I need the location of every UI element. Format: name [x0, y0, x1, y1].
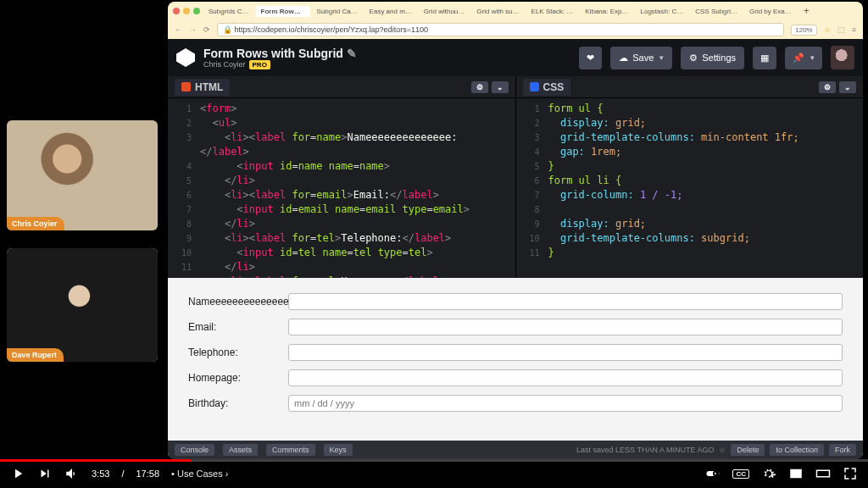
- editor-panes: HTML ⚙⌄ 1<form> 2 <ul> 3 <li><label for=…: [168, 76, 863, 278]
- birthday-field[interactable]: [288, 395, 843, 412]
- output-preview: Nameeeeeeeeeeeeee: Email: Telephone: Hom…: [168, 278, 863, 456]
- codepen-footer: Console Assets Comments Keys Last saved …: [168, 441, 863, 459]
- browser-toolbar: ← → ⟳ 🔒 https://codepen.io/chriscoyier/p…: [168, 20, 863, 39]
- field-label: Nameeeeeeeeeeeeee:: [188, 296, 281, 308]
- css-badge-icon: [530, 82, 539, 92]
- browser-tab[interactable]: Kibana: Exp…: [580, 6, 633, 17]
- browser-tab[interactable]: Subgrids C…: [203, 6, 254, 17]
- field-label: Email:: [188, 321, 281, 333]
- gear-icon: ⚙: [689, 53, 698, 64]
- pro-badge: PRO: [249, 60, 270, 69]
- browser-tab[interactable]: ELK Stack: …: [526, 6, 579, 17]
- field-label: Homepage:: [188, 372, 281, 384]
- save-button[interactable]: ☁Save: [610, 47, 672, 69]
- pane-settings-icon[interactable]: ⚙: [471, 81, 488, 93]
- pane-chevron-icon[interactable]: ⌄: [839, 81, 856, 93]
- delete-button[interactable]: Delete: [731, 444, 765, 456]
- forward-button[interactable]: →: [189, 25, 197, 34]
- collection-button[interactable]: to Collection: [770, 444, 824, 456]
- cloud-icon: ☁: [619, 53, 628, 64]
- captions-button[interactable]: CC: [732, 469, 749, 479]
- browser-window: Subgrids C… Form Row… × Subgrid Ca… Easy…: [168, 2, 863, 459]
- address-bar[interactable]: 🔒 https://codepen.io/chriscoyier/pen/Yzx…: [217, 23, 784, 36]
- field-label: Telephone:: [188, 347, 281, 358]
- name-field[interactable]: [288, 293, 843, 310]
- pen-title[interactable]: Form Rows with Subgrid: [203, 47, 343, 60]
- browser-tab[interactable]: Subgrid Ca…: [312, 6, 363, 17]
- assets-button[interactable]: Assets: [223, 444, 258, 456]
- user-avatar[interactable]: [831, 46, 854, 69]
- extensions-icon[interactable]: ⬚: [837, 25, 845, 34]
- pane-label: HTML: [195, 81, 223, 93]
- edit-title-icon[interactable]: ✎: [347, 47, 357, 60]
- form-row: Nameeeeeeeeeeeeee:: [188, 293, 843, 310]
- video-controls: 3:53 / 17:58 • Use Cases › CC: [0, 459, 868, 488]
- menu-icon[interactable]: ≡: [852, 25, 856, 34]
- window-min-icon[interactable]: [183, 8, 190, 14]
- volume-icon[interactable]: [64, 466, 80, 481]
- settings-gear-icon[interactable]: [761, 466, 776, 481]
- play-icon[interactable]: [10, 466, 25, 481]
- reload-button[interactable]: ⟳: [203, 25, 210, 34]
- console-button[interactable]: Console: [175, 444, 214, 456]
- browser-tab[interactable]: Grid withou…: [419, 6, 470, 17]
- pane-chevron-icon[interactable]: ⌄: [492, 81, 509, 93]
- zoom-indicator[interactable]: 120%: [791, 25, 816, 36]
- save-status: Last saved LESS THAN A MINUTE AGO: [576, 446, 714, 454]
- html-pane: HTML ⚙⌄ 1<form> 2 <ul> 3 <li><label for=…: [168, 76, 516, 278]
- browser-tab[interactable]: Easy and m…: [364, 6, 417, 17]
- form-row: Telephone:: [188, 344, 843, 361]
- chapter-label[interactable]: Use Cases: [177, 469, 223, 479]
- time-current: 3:53: [92, 469, 109, 479]
- next-icon[interactable]: [37, 466, 53, 481]
- html-editor[interactable]: 1<form> 2 <ul> 3 <li><label for=name>Nam…: [168, 98, 515, 278]
- autoplay-toggle[interactable]: [705, 466, 721, 481]
- bookmark-star-icon[interactable]: ☆: [824, 25, 831, 34]
- email-field[interactable]: [288, 319, 843, 336]
- codepen-header: Form Rows with Subgrid ✎ Chris CoyierPRO…: [168, 39, 863, 76]
- browser-tab[interactable]: Form Row… ×: [256, 6, 310, 17]
- webcam-name-tag: Chris Coyier: [7, 217, 64, 230]
- layout-button[interactable]: ▦: [753, 47, 776, 69]
- form-row: Birthday:: [188, 395, 843, 412]
- codepen-logo-icon[interactable]: [176, 48, 195, 67]
- miniplayer-icon[interactable]: [788, 466, 804, 481]
- svg-rect-2: [817, 470, 830, 477]
- browser-tab[interactable]: Grid by Exa…: [744, 6, 797, 17]
- browser-tab[interactable]: Grid with su…: [471, 6, 524, 17]
- homepage-field[interactable]: [288, 369, 843, 386]
- form-row: Email:: [188, 319, 843, 336]
- progress-bar[interactable]: [0, 459, 868, 462]
- pane-settings-icon[interactable]: ⚙: [819, 81, 836, 93]
- settings-button[interactable]: ⚙Settings: [681, 47, 744, 69]
- theater-icon[interactable]: [815, 466, 831, 481]
- heart-icon: ❤: [587, 53, 594, 64]
- css-pane: CSS ⚙⌄ 1form ul { 2 display: grid; 3 gri…: [516, 76, 864, 278]
- star-icon[interactable]: ☆: [719, 446, 726, 454]
- webcam-image: [7, 120, 158, 230]
- url-text: https://codepen.io/chriscoyier/pen/Yzxq.…: [235, 25, 428, 34]
- window-close-icon[interactable]: [173, 8, 180, 14]
- browser-tab[interactable]: CSS Subgri…: [690, 6, 743, 17]
- comments-button[interactable]: Comments: [266, 444, 315, 456]
- keys-button[interactable]: Keys: [324, 444, 353, 456]
- window-max-icon[interactable]: [193, 8, 200, 14]
- form-row: Homepage:: [188, 369, 843, 386]
- browser-tab[interactable]: Logstash: C…: [636, 6, 689, 17]
- lock-icon: 🔒: [223, 25, 232, 34]
- webcam-name-tag: Dave Rupert: [7, 348, 64, 362]
- layout-icon: ▦: [760, 53, 769, 64]
- new-tab-button[interactable]: +: [798, 5, 815, 17]
- back-button[interactable]: ←: [175, 25, 182, 34]
- webcam-chris: Chris Coyier: [7, 120, 158, 230]
- html-badge-icon: [181, 82, 191, 92]
- pen-author[interactable]: Chris Coyier: [203, 60, 246, 69]
- fullscreen-icon[interactable]: [843, 466, 858, 481]
- css-editor[interactable]: 1form ul { 2 display: grid; 3 grid-templ…: [516, 98, 864, 278]
- time-total: 17:58: [136, 469, 159, 479]
- pin-button[interactable]: 📌: [785, 47, 822, 69]
- pane-label: CSS: [543, 81, 565, 93]
- like-button[interactable]: ❤: [579, 47, 602, 69]
- fork-button[interactable]: Fork: [829, 444, 856, 456]
- telephone-field[interactable]: [288, 344, 843, 361]
